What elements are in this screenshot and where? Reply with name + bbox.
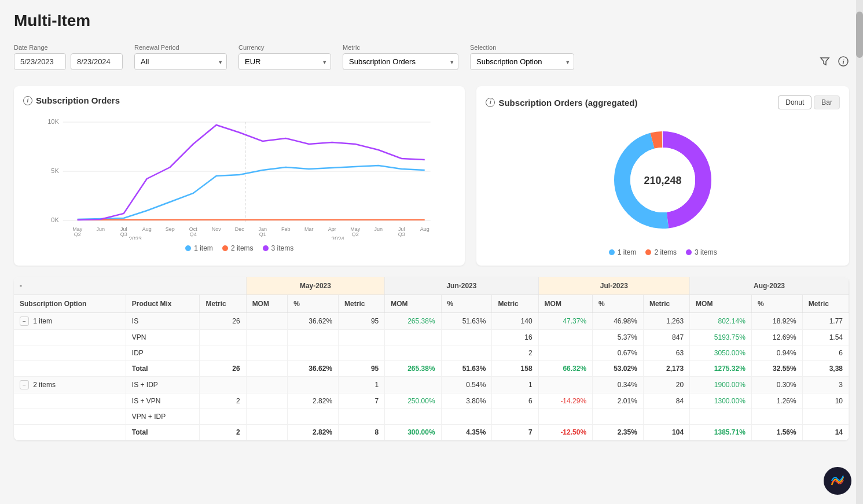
svg-text:Q3: Q3	[398, 231, 405, 237]
td-vpnidp-jun-pct	[441, 409, 492, 425]
th-aug-metric: Metric	[643, 295, 689, 313]
metric-select[interactable]: Subscription Orders	[343, 53, 458, 70]
renewal-period-filter: Renewal Period All	[134, 44, 227, 70]
th-group-base: -	[14, 277, 246, 295]
donut-legend-3items: 3 items	[686, 248, 717, 256]
donut-legend-1item: 1 item	[609, 248, 637, 256]
td-1item-total-may-pct: 36.62%	[288, 361, 339, 377]
collapse-1item-button[interactable]: −	[20, 317, 29, 326]
charts-row: i Subscription Orders 10K 5K 0K May Q2 J…	[14, 86, 849, 266]
svg-text:Jun: Jun	[96, 226, 105, 232]
scrollbar-thumb[interactable]	[856, 12, 863, 58]
th-subscription-option: Subscription Option	[14, 295, 126, 313]
date-range-filter: Date Range 5/23/2023 8/23/2024	[14, 44, 123, 70]
td-idp-jun-pct	[441, 345, 492, 361]
td-isidp-aug-metric: 20	[643, 377, 689, 393]
td-isvpn-may-mom	[246, 393, 288, 409]
group-label-cell: − 1 item	[14, 313, 126, 330]
td-isidp-product: IS + IDP	[126, 377, 200, 393]
th-jul-mom: MOM	[538, 295, 593, 313]
td-vpn-jul-pct: 5.37%	[593, 330, 644, 345]
td-1item-total-jun-mom: 265.38%	[385, 361, 441, 377]
td-1item-total-jul-metric: 158	[492, 361, 538, 377]
td-isvpn-product: IS + VPN	[126, 393, 200, 409]
legend-2items-label: 2 items	[231, 244, 254, 252]
th-jul-metric: Metric	[492, 295, 538, 313]
td-vpn-aug-mom: 5193.75%	[690, 330, 752, 345]
svg-text:2024: 2024	[332, 236, 345, 240]
svg-text:Q1: Q1	[259, 231, 266, 237]
th-group-jun2023: Jun-2023	[385, 277, 538, 295]
td-2items-total-aug-metric2: 14	[802, 425, 849, 440]
td-vpnidp-jun-mom	[385, 409, 441, 425]
th-may-pct: %	[288, 295, 339, 313]
renewal-period-select[interactable]: All	[134, 53, 227, 70]
td-1item-total-aug-pct: 32.55%	[751, 361, 802, 377]
donut-tab[interactable]: Donut	[778, 95, 811, 109]
td-isidp-may-metric	[200, 377, 246, 393]
td-isidp-jul-pct: 0.34%	[593, 377, 644, 393]
td-vpn-aug-metric2: 1.54	[802, 330, 849, 345]
selection-select-wrapper: Subscription Option	[470, 53, 574, 70]
svg-text:Feb: Feb	[281, 226, 291, 232]
date-end-input[interactable]: 8/23/2024	[71, 53, 123, 70]
td-idp-jul-mom	[538, 345, 593, 361]
td-isidp-jun-metric: 1	[339, 377, 385, 393]
donut-chart-area: 210,248	[486, 116, 840, 244]
td-1item-total-aug-mom: 1275.32%	[690, 361, 752, 377]
svg-text:210,248: 210,248	[644, 175, 682, 186]
svg-text:0K: 0K	[51, 216, 59, 223]
info-icon-button[interactable]: i	[838, 56, 849, 70]
td-vpnidp-may-mom	[246, 409, 288, 425]
date-range-inputs: 5/23/2023 8/23/2024	[14, 53, 123, 70]
svg-text:Jun: Jun	[374, 226, 383, 232]
donut-chart-title: Subscription Orders (aggregated)	[498, 98, 637, 108]
line-chart-title: Subscription Orders	[36, 95, 120, 105]
bar-tab[interactable]: Bar	[814, 95, 840, 109]
td-vpnidp-jul-pct	[593, 409, 644, 425]
group-2items-label-cell: − 2 items	[14, 377, 126, 393]
th-may-mom: MOM	[246, 295, 288, 313]
table-row: VPN 16 5.37% 847 5193.75% 12.69% 1.54	[14, 330, 849, 345]
td-idp-jun-mom	[385, 345, 441, 361]
td-isidp-may-mom	[246, 377, 288, 393]
svg-text:Sep: Sep	[166, 226, 175, 232]
td-is-aug-metric: 1,263	[643, 313, 689, 330]
table-row: VPN + IDP	[14, 409, 849, 425]
th-jun-mom: MOM	[385, 295, 441, 313]
th-jun-metric: Metric	[339, 295, 385, 313]
td-vpn-may-metric	[200, 330, 246, 345]
svg-text:Aug: Aug	[142, 226, 152, 232]
svg-text:5K: 5K	[51, 167, 59, 174]
donut-chart-info-icon[interactable]: i	[486, 98, 495, 107]
table-row: IS + VPN 2 2.82% 7 250.00% 3.80% 6 -14.2…	[14, 393, 849, 409]
scrollbar-track[interactable]	[856, 0, 863, 452]
td-isvpn-jun-mom: 250.00%	[385, 393, 441, 409]
td-vpnidp-aug-mom	[690, 409, 752, 425]
svg-text:Q4: Q4	[190, 231, 197, 237]
currency-select[interactable]: EUR	[238, 53, 331, 70]
data-table: - May-2023 Jun-2023 Jul-2023 Aug-2023 Su…	[14, 277, 849, 440]
th-aug-metric2: Metric	[802, 295, 849, 313]
td-is-may-metric: 26	[200, 313, 246, 330]
td-isidp-aug-pct: 0.30%	[751, 377, 802, 393]
th-aug-pct: %	[751, 295, 802, 313]
td-2items-total-jul-metric: 7	[492, 425, 538, 440]
selection-select[interactable]: Subscription Option	[470, 53, 574, 70]
td-vpn-aug-pct: 12.69%	[751, 330, 802, 345]
td-isvpn-jul-pct: 2.01%	[593, 393, 644, 409]
svg-text:Q3: Q3	[120, 231, 127, 237]
date-start-input[interactable]: 5/23/2023	[14, 53, 66, 70]
svg-text:Mar: Mar	[304, 226, 314, 232]
td-1item-total-jul-pct: 53.02%	[593, 361, 644, 377]
td-empty-group3	[14, 361, 126, 377]
table-row: Total 26 36.62% 95 265.38% 51.63% 158 66…	[14, 361, 849, 377]
td-is-aug-mom: 802.14%	[690, 313, 752, 330]
filter-icon-button[interactable]	[819, 56, 831, 70]
td-vpnidp-jun-metric	[339, 409, 385, 425]
td-isidp-jun-pct: 0.54%	[441, 377, 492, 393]
collapse-2items-button[interactable]: −	[20, 380, 29, 389]
svg-text:Nov: Nov	[212, 226, 222, 232]
td-vpn-may-pct	[288, 330, 339, 345]
line-chart-info-icon[interactable]: i	[23, 96, 32, 105]
